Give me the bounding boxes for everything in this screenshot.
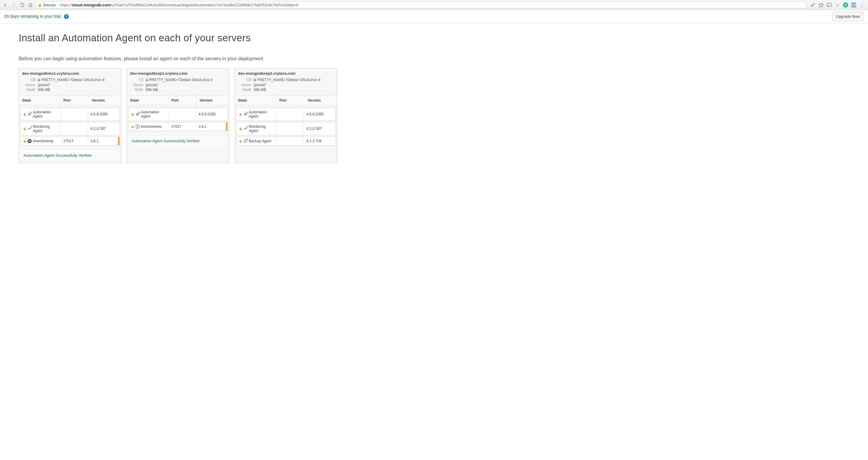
verified-message: Automation Agent Successfully Verified (128, 135, 228, 146)
server-hostname: dev-mongodbms1.crytera.com (22, 71, 118, 76)
col-port-header: Port (60, 96, 89, 105)
state-label: Monitoring Agent (249, 125, 274, 133)
state-label: timeclonerep (33, 139, 54, 143)
ram-label: RAM: (22, 88, 36, 93)
page-title: Install an Automation Agent on each of y… (19, 32, 849, 44)
reload-button[interactable] (19, 1, 25, 8)
grammarly-icon[interactable]: G (843, 2, 848, 7)
key-icon[interactable] (810, 2, 815, 7)
url-separator: | (57, 3, 58, 7)
svg-point-5 (245, 113, 246, 115)
server-card: dev-mongodbms1.crytera.com OS Name: ∆PRE… (19, 68, 121, 163)
table-header: State Port Version (127, 96, 229, 105)
table-row[interactable]: 🔒Automation Agent4.5.9.2395 (128, 108, 228, 121)
secondary-icon: S (135, 125, 140, 129)
lock-icon: 🔒 (239, 127, 242, 130)
lock-icon: 🔒 (239, 113, 242, 116)
os-name-label: OS Name: (22, 77, 36, 88)
url-text: https://cloud.mongodb.com/v2/5a47a7b2df9… (60, 3, 298, 7)
svg-point-0 (811, 4, 813, 6)
version-value: 4.5.9.2395 (304, 108, 335, 121)
automation-icon (135, 112, 140, 117)
monitoring-icon (27, 127, 32, 131)
trial-text: 29 days remaining in your trial. (4, 14, 62, 19)
cast-icon[interactable] (827, 2, 832, 7)
table-row[interactable]: 🔒Ptimeclonerep270173.6.1 (20, 137, 120, 145)
svg-point-3 (29, 113, 30, 115)
back-button[interactable] (2, 1, 8, 8)
table-row[interactable]: 🔒Monitoring Agent6.2.0.397 (20, 122, 120, 135)
verified-message: Automation Agent Successfully Verified (20, 150, 120, 161)
server-card: dev-mongodbrep2.crytera.com OS Name: ∆PR… (235, 68, 337, 163)
ram-value: 998 MB (254, 88, 334, 93)
os-name-label: OS Name: (238, 77, 252, 88)
os-name-value: ∆PRETTY_NAME="Debian GNU/Linux 8 (jessie… (146, 77, 226, 88)
col-state-header: State (127, 96, 168, 105)
help-icon[interactable]: ? (64, 14, 69, 19)
state-label: timeclonerep (141, 125, 162, 129)
table-header: State Port Version (235, 96, 337, 105)
version-value: 6.2.0.397 (88, 122, 119, 135)
col-state-header: State (19, 96, 60, 105)
col-version-header: Version (305, 96, 337, 105)
version-value: 4.5.9.2395 (196, 108, 227, 121)
upgrade-button[interactable]: Upgrade Now (832, 12, 864, 21)
table-row[interactable]: 🔒Stimeclonerep270173.6.1 (128, 122, 228, 131)
version-value: 3.6.1 (88, 137, 119, 145)
home-button[interactable] (27, 1, 34, 8)
state-label: Automation Agent (141, 110, 166, 119)
server-card: dev-mongodbrep1.crytera.com OS Name: ∆PR… (127, 68, 229, 163)
chrome-menu-icon[interactable]: ⋮ (859, 2, 864, 7)
automation-icon (243, 112, 248, 117)
lock-icon: 🔒 (239, 139, 242, 142)
svg-marker-1 (819, 3, 823, 7)
linux-icon: ∆ (146, 78, 148, 82)
state-label: Automation Agent (249, 110, 274, 119)
port-value (61, 122, 88, 135)
port-value (277, 108, 304, 121)
table-row[interactable]: 🔒Monitoring Agent6.2.0.397 (236, 122, 336, 135)
state-label: Backup Agent (249, 139, 271, 143)
os-name-value: ∆PRETTY_NAME="Debian GNU/Linux 8 (jessie… (38, 77, 118, 88)
ram-label: RAM: (130, 88, 144, 93)
svg-rect-2 (827, 3, 831, 6)
automation-icon (27, 112, 32, 117)
version-value: 3.6.1 (196, 122, 227, 131)
trial-banner: 29 days remaining in your trial. ? Upgra… (0, 10, 868, 23)
lock-icon: 🔒 (23, 139, 26, 142)
star-icon[interactable] (818, 2, 824, 7)
server-cards: dev-mongodbms1.crytera.com OS Name: ∆PRE… (19, 68, 849, 163)
ram-value: 998 MB (146, 88, 226, 93)
lock-icon: 🔒 (131, 113, 134, 116)
lock-icon: 🔒 (131, 125, 134, 128)
port-value (277, 137, 304, 145)
port-value (277, 122, 304, 135)
server-hostname: dev-mongodbrep1.crytera.com (130, 71, 226, 76)
table-row[interactable]: 🔒Automation Agent4.5.9.2395 (236, 108, 336, 121)
url-bar[interactable]: 🔒 Secure | https://cloud.mongodb.com/v2/… (36, 1, 807, 8)
version-value: 6.1.2.704 (304, 137, 335, 145)
version-value: 6.2.0.397 (304, 122, 335, 135)
ram-label: RAM: (238, 88, 252, 93)
port-value (169, 108, 196, 121)
extension-icon[interactable]: ◆ (835, 2, 840, 7)
linux-icon: ∆ (254, 78, 256, 82)
server-hostname: dev-mongodbrep2.crytera.com (238, 71, 334, 76)
lock-icon: 🔒 (23, 127, 26, 130)
state-label: Monitoring Agent (33, 125, 58, 133)
port-value: 27017 (169, 122, 196, 131)
os-name-label: OS Name: (130, 77, 144, 88)
lock-icon: 🔒 (23, 113, 26, 116)
monitoring-icon (243, 127, 248, 131)
table-row[interactable]: 🔒Automation Agent4.5.9.2395 (20, 108, 120, 121)
table-header: State Port Version (19, 96, 121, 105)
ram-value: 998 MB (38, 88, 118, 93)
lock-icon: 🔒 (38, 3, 42, 7)
forward-button[interactable] (10, 1, 17, 8)
col-port-header: Port (168, 96, 197, 105)
cloud-badge[interactable]: 1.43 (851, 2, 856, 7)
table-row[interactable]: 🔒Backup Agent6.1.2.704 (236, 137, 336, 145)
col-version-header: Version (89, 96, 121, 105)
version-value: 4.5.9.2395 (88, 108, 119, 121)
col-version-header: Version (197, 96, 229, 105)
